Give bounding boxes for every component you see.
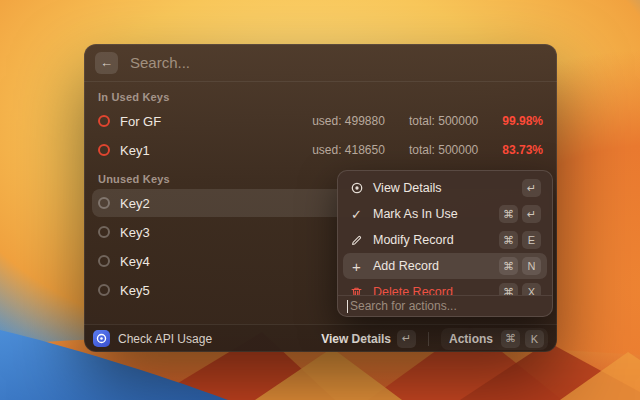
key-status-ring-icon	[98, 284, 110, 296]
extension-name: Check API Usage	[118, 332, 212, 346]
menu-item-label: Add Record	[373, 259, 439, 273]
launcher-window: ← In Used Keys For GF used: 499880 total…	[84, 44, 557, 352]
return-keycap: ↵	[522, 205, 541, 223]
key-status-ring-icon	[98, 255, 110, 267]
gauge-icon	[96, 333, 107, 344]
k-keycap: K	[525, 330, 544, 348]
menu-item-label: View Details	[373, 181, 442, 195]
plus-icon: +	[349, 258, 364, 275]
actions-search-bar	[338, 295, 552, 316]
key-label: Key4	[120, 254, 150, 269]
app-icon	[93, 330, 110, 347]
menu-item-delete-record[interactable]: Delete Record ⌘ X	[343, 279, 547, 295]
total-count: total: 500000	[409, 114, 478, 128]
e-keycap: E	[522, 231, 541, 249]
return-keycap: ↵	[522, 179, 541, 197]
menu-item-label: Mark As In Use	[373, 207, 458, 221]
list-item-for-gf[interactable]: For GF used: 499880 total: 500000 99.98%	[92, 107, 549, 135]
key-status-ring-icon	[98, 197, 110, 209]
actions-button[interactable]: Actions ⌘ K	[441, 328, 548, 350]
menu-item-label: Modify Record	[373, 233, 454, 247]
return-keycap: ↵	[397, 330, 416, 348]
status-bar: Check API Usage View Details ↵ Actions ⌘…	[84, 324, 557, 352]
cmd-keycap: ⌘	[499, 283, 518, 295]
key-label: Key3	[120, 225, 150, 240]
menu-item-view-details[interactable]: View Details ↵	[343, 175, 547, 201]
total-count: total: 500000	[409, 143, 478, 157]
eye-icon	[349, 181, 364, 195]
key-label: Key5	[120, 283, 150, 298]
cmd-keycap: ⌘	[501, 330, 520, 348]
list-item-key1[interactable]: Key1 used: 418650 total: 500000 83.73%	[92, 136, 549, 164]
pencil-icon	[349, 234, 364, 247]
used-count: used: 418650	[312, 143, 385, 157]
cmd-keycap: ⌘	[499, 205, 518, 223]
usage-percent: 99.98%	[502, 114, 543, 128]
n-keycap: N	[522, 257, 541, 275]
menu-item-label: Delete Record	[373, 285, 453, 295]
desktop: ← In Used Keys For GF used: 499880 total…	[0, 0, 640, 400]
key-status-ring-icon	[98, 144, 110, 156]
text-cursor	[347, 300, 348, 313]
menu-item-modify-record[interactable]: Modify Record ⌘ E	[343, 227, 547, 253]
cmd-keycap: ⌘	[499, 231, 518, 249]
key-status-ring-icon	[98, 226, 110, 238]
actions-search-input[interactable]	[350, 299, 543, 313]
used-count: used: 499880	[312, 114, 385, 128]
actions-menu-list: View Details ↵ ✓ Mark As In Use ⌘ ↵	[338, 171, 552, 295]
section-title-in-used: In Used Keys	[84, 82, 557, 106]
back-button[interactable]: ←	[95, 52, 118, 74]
footer-divider	[428, 332, 429, 346]
menu-item-mark-as-in-use[interactable]: ✓ Mark As In Use ⌘ ↵	[343, 201, 547, 227]
actions-label: Actions	[449, 332, 493, 346]
check-icon: ✓	[349, 207, 364, 222]
search-bar: ←	[84, 44, 557, 82]
x-keycap: X	[522, 283, 541, 295]
back-arrow-icon: ←	[100, 55, 113, 70]
key-status-ring-icon	[98, 115, 110, 127]
cmd-keycap: ⌘	[499, 257, 518, 275]
search-input[interactable]	[130, 54, 546, 71]
usage-percent: 83.73%	[502, 143, 543, 157]
key-label: Key1	[120, 143, 150, 158]
key-label: Key2	[120, 196, 150, 211]
trash-icon	[349, 286, 364, 296]
primary-action-label: View Details	[321, 332, 391, 346]
key-label: For GF	[120, 114, 161, 129]
actions-menu: View Details ↵ ✓ Mark As In Use ⌘ ↵	[337, 170, 553, 317]
menu-item-add-record[interactable]: + Add Record ⌘ N	[343, 253, 547, 279]
primary-action-button[interactable]: View Details ↵	[321, 330, 416, 348]
